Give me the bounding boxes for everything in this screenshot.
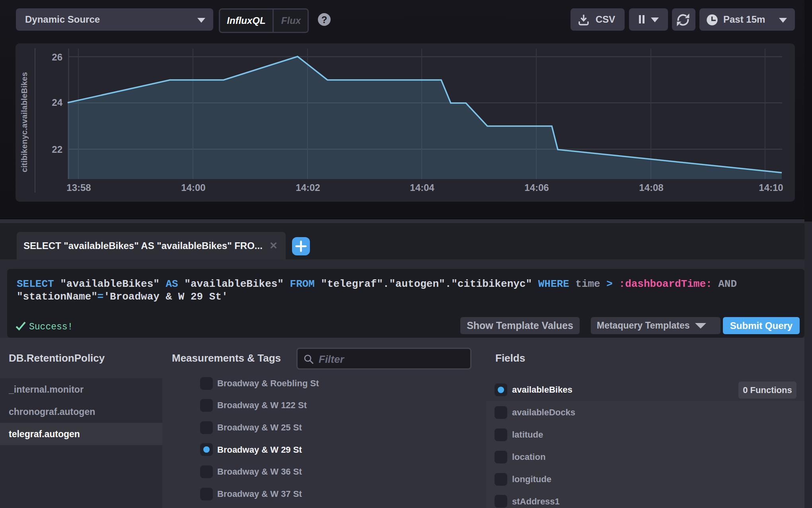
- svg-text:24: 24: [52, 97, 62, 108]
- svg-text:14:06: 14:06: [524, 182, 549, 193]
- svg-text:14:00: 14:00: [181, 182, 205, 193]
- svg-text:13:58: 13:58: [66, 182, 91, 193]
- svg-text:22: 22: [52, 144, 62, 155]
- svg-text:14:08: 14:08: [639, 182, 663, 193]
- svg-text:14:04: 14:04: [410, 182, 434, 193]
- svg-text:14:02: 14:02: [296, 182, 320, 193]
- svg-text:26: 26: [52, 52, 62, 62]
- svg-text:14:10: 14:10: [759, 182, 783, 193]
- svg-text:citibikenyc.availableBikes: citibikenyc.availableBikes: [20, 72, 29, 172]
